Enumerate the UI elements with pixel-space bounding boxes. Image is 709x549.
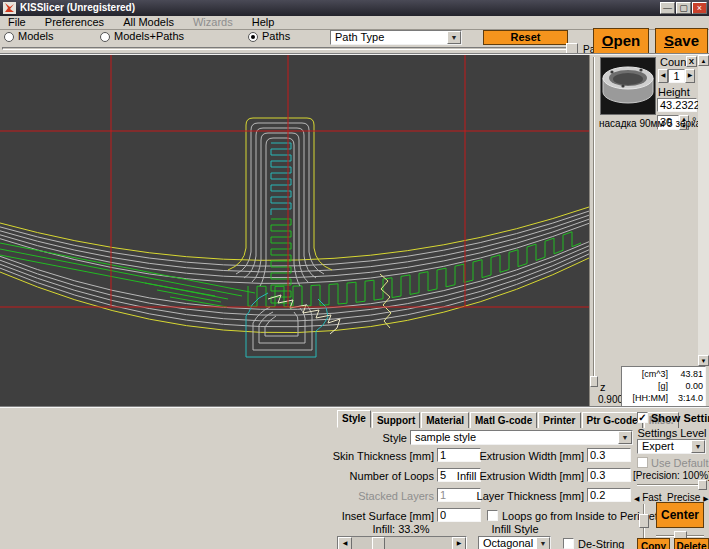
infill-slider-left-button[interactable]: ◀ — [338, 537, 352, 549]
inset-surface-label: Inset Surface [mm] — [300, 510, 434, 523]
panel-close-icon: X — [689, 57, 694, 66]
center-button[interactable]: Center — [656, 502, 704, 528]
infill-style-dropdown[interactable]: Octagonal ▼ — [478, 536, 551, 549]
radio-models-circle[interactable] — [4, 32, 14, 42]
check-icon: ✓ — [638, 412, 646, 423]
copy-style-button[interactable]: Copy Style — [637, 538, 670, 549]
settings-tabs: Style Support Material Matl G-code Print… — [337, 410, 680, 428]
count-increment-button[interactable]: ▶ — [685, 69, 695, 83]
layer-thickness-input[interactable] — [587, 488, 631, 502]
right-arrow-icon: ▶ — [457, 540, 462, 546]
radio-paths-circle[interactable] — [248, 32, 258, 42]
use-defaults-checkbox — [637, 457, 648, 468]
dropdown-arrow-icon[interactable]: ▼ — [618, 431, 632, 444]
destring-label: De-String — [578, 538, 624, 549]
destring-checkbox[interactable] — [563, 538, 574, 549]
settings-level-dropdown[interactable]: Expert ▼ — [637, 439, 706, 454]
pan-vertical-slider-thumb[interactable] — [639, 514, 649, 528]
stat-weight: [g]0.00 — [624, 380, 703, 392]
tab-support[interactable]: Support — [372, 412, 420, 428]
z-slider-thumb[interactable] — [590, 376, 598, 387]
model-list-scrollbar[interactable]: ▲ ▼ — [698, 55, 709, 366]
count-decrement-button[interactable]: ◀ — [658, 69, 668, 83]
stat-time: [HH:MM]3:14.0 — [624, 392, 703, 404]
tab-matl-gcode[interactable]: Matl G-code — [470, 412, 537, 428]
inset-surface-input[interactable] — [437, 508, 481, 522]
height-value-field[interactable]: 43.2322 — [657, 98, 697, 112]
count-value-field[interactable]: 1 — [668, 69, 685, 83]
settings-panel: Style Support Material Matl G-code Print… — [0, 407, 709, 549]
skin-thickness-label: Skin Thickness [mm] — [300, 450, 434, 463]
infill-style-label: Infill Style — [475, 523, 555, 536]
model-ring-image — [601, 58, 655, 114]
infill-percent-label: Infill: 33.3% — [337, 523, 465, 536]
tab-style[interactable]: Style — [337, 410, 371, 428]
z-slider[interactable] — [589, 55, 598, 407]
title-bar: KISSlicer (Unregistered) — ▢ × — [0, 0, 709, 16]
radio-models-paths[interactable]: Models+Paths — [100, 30, 184, 43]
loops-inside-checkbox[interactable] — [487, 510, 498, 521]
left-arrow-icon: ◀ — [661, 72, 666, 78]
close-icon: × — [697, 3, 702, 13]
infill-slider-thumb[interactable] — [372, 537, 385, 549]
number-of-loops-label: Number of Loops — [300, 470, 434, 483]
tab-printer[interactable]: Printer — [538, 412, 580, 428]
delete-style-button[interactable]: Delete Style — [674, 538, 709, 549]
layer-thickness-label: Layer Thickness [mm] — [450, 490, 584, 503]
radio-paths[interactable]: Paths — [248, 30, 290, 43]
extrusion-width-input[interactable] — [587, 448, 631, 462]
dropdown-arrow-icon[interactable]: ▼ — [536, 537, 550, 549]
model-thumbnail — [600, 57, 656, 115]
tab-ptr-gcode[interactable]: Ptr G-code — [582, 412, 643, 428]
maximize-button[interactable]: ▢ — [676, 2, 691, 14]
path-preview-canvas[interactable] — [0, 55, 589, 407]
menu-all-models[interactable]: All Models — [115, 16, 182, 29]
save-button[interactable]: Save — [655, 28, 708, 54]
model-panel: Count X ◀ 1 ▶ Height 43.2322 30 ▲ ▼ ° на… — [598, 55, 709, 407]
count-label: Count — [660, 56, 689, 69]
down-arrow-icon: ▼ — [701, 358, 707, 364]
tab-material[interactable]: Material — [421, 412, 469, 428]
menu-file[interactable]: File — [0, 16, 34, 29]
reset-button[interactable]: Reset — [483, 30, 568, 45]
right-arrow-icon: ▶ — [688, 72, 693, 78]
right-arrow-icon: ▶ — [703, 495, 708, 502]
menu-wizards: Wizards — [185, 16, 241, 29]
dropdown-arrow-icon[interactable]: ▼ — [691, 440, 705, 453]
z-axis-value: 0.900 — [598, 393, 623, 406]
maximize-icon: ▢ — [679, 3, 688, 13]
stacked-layers-label: Stacked Layers — [300, 490, 434, 503]
model-close-button[interactable]: X — [686, 56, 697, 67]
radio-models-paths-circle[interactable] — [100, 32, 110, 42]
window-title: KISSlicer (Unregistered) — [20, 2, 135, 13]
up-arrow-icon: ▲ — [701, 58, 707, 64]
infill-extrusion-width-input[interactable] — [587, 468, 631, 482]
style-dropdown[interactable]: sample style ▼ — [410, 430, 633, 445]
infill-left-lines — [0, 243, 255, 307]
menu-preferences[interactable]: Preferences — [37, 16, 112, 29]
stat-volume: [cm^3]43.81 — [624, 368, 703, 380]
app-icon — [3, 2, 16, 14]
infill-slider[interactable]: ◀ ▶ — [337, 536, 467, 549]
scroll-down-button[interactable]: ▼ — [698, 355, 709, 366]
radio-models[interactable]: Models — [4, 30, 53, 43]
precision-slider-thumb[interactable] — [698, 480, 707, 490]
dropdown-arrow-icon[interactable]: ▼ — [447, 31, 461, 44]
precision-slider-track[interactable] — [637, 484, 706, 486]
path-type-dropdown[interactable]: Path Type ▼ — [330, 30, 462, 45]
close-button[interactable]: × — [692, 2, 707, 14]
minimize-icon: — — [663, 3, 672, 13]
menu-help[interactable]: Help — [244, 16, 283, 29]
path-percent-slider-track[interactable] — [2, 47, 578, 50]
left-arrow-icon: ◀ — [343, 540, 348, 546]
left-arrow-icon: ◀ — [634, 495, 639, 502]
minimize-button[interactable]: — — [660, 2, 675, 14]
style-label: Style — [340, 432, 407, 445]
kisslicer-window: KISSlicer (Unregistered) — ▢ × File Pref… — [0, 0, 709, 549]
infill-slider-right-button[interactable]: ▶ — [452, 537, 466, 549]
scroll-up-button[interactable]: ▲ — [698, 55, 709, 66]
show-settings-checkbox[interactable]: ✓ — [637, 412, 648, 423]
print-stats-box: [cm^3]43.81 [g]0.00 [HH:MM]3:14.0 — [621, 366, 706, 407]
z-slider-track[interactable] — [593, 57, 595, 383]
open-button[interactable]: Open — [593, 28, 649, 54]
